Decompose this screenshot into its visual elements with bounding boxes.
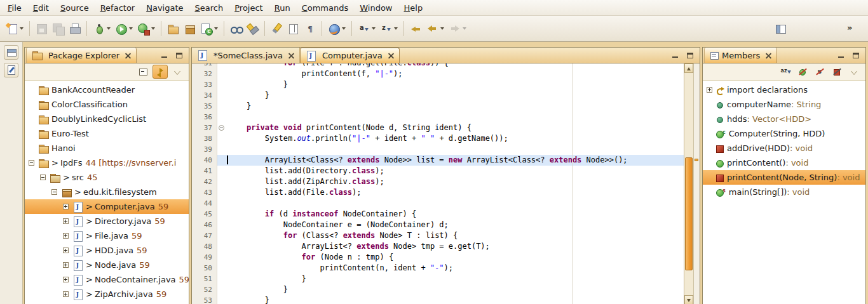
minus-expander-icon[interactable]: [40, 175, 46, 180]
web-browser-button[interactable]: [326, 20, 348, 37]
package-explorer-tab[interactable]: Package Explorer: [26, 48, 137, 63]
close-tab-icon[interactable]: [388, 53, 394, 58]
maximize-editor-button[interactable]: [684, 50, 696, 61]
tree-item-hanoi[interactable]: Hanoi: [25, 141, 189, 155]
code-line-35[interactable]: 35 }: [192, 101, 684, 112]
maximize-view-button[interactable]: [173, 50, 185, 61]
code-text[interactable]: printContent(f, "|-");: [226, 69, 684, 79]
code-line-32[interactable]: 32 printContent(f, "|-");: [192, 69, 684, 79]
code-line-41[interactable]: 41 list.add(Directory.class);: [192, 166, 684, 176]
sort-ascending-button[interactable]: [356, 20, 377, 37]
code-text[interactable]: [226, 112, 684, 122]
menu-item-window[interactable]: Window: [354, 1, 398, 15]
member-item-import-declarations[interactable]: import declarations: [703, 83, 865, 97]
tree-item-node-java[interactable]: >Node.java59: [25, 258, 189, 272]
debug-button[interactable]: [91, 20, 112, 37]
code-line-47[interactable]: 47 for (Class<? extends Node> T : list) …: [192, 230, 684, 241]
plus-expander-icon[interactable]: [707, 87, 712, 93]
new-java-project-button[interactable]: [165, 20, 181, 37]
tree-item-hdd-java[interactable]: >HDD.java59: [25, 243, 189, 258]
code-line-38[interactable]: 38 System.out.println("|-" + ident + " "…: [192, 133, 684, 144]
view-menu-button[interactable]: [170, 65, 185, 79]
plus-expander-icon[interactable]: [63, 248, 69, 253]
members-tab[interactable]: Members: [704, 48, 777, 63]
code-text[interactable]: }: [226, 284, 684, 295]
tree-item-euro-test[interactable]: Euro-Test: [25, 126, 189, 141]
member-item-adddrive-hdd[interactable]: addDrive(HDD) : void: [703, 141, 865, 155]
code-line-31[interactable]: 31 for (File f : hdd.get(File.class)) {: [192, 63, 684, 69]
code-line-39[interactable]: 39: [192, 144, 684, 155]
code-line-48[interactable]: 48 ArrayList<? extends Node> tmp = e.get…: [192, 241, 684, 252]
last-edit-location-button[interactable]: [408, 20, 424, 37]
run-dropdown-arrow[interactable]: [129, 27, 133, 30]
show-print-margin-button[interactable]: [285, 20, 301, 37]
code-line-50[interactable]: 50 printContent(n, ident + "-");: [192, 263, 684, 274]
collapse-all-button[interactable]: [135, 65, 151, 79]
back-dropdown-arrow[interactable]: [440, 27, 444, 30]
run-external-tools-dropdown-arrow[interactable]: [151, 27, 155, 30]
scroll-up-button[interactable]: [684, 63, 693, 73]
overview-ruler[interactable]: [693, 63, 700, 304]
editor-vertical-scrollbar[interactable]: [684, 63, 693, 304]
code-line-42[interactable]: 42 list.add(ZipArchiv.class);: [192, 176, 684, 187]
tree-item-directory-java[interactable]: >Directory.java59: [25, 214, 189, 228]
show-whitespace-button[interactable]: [302, 20, 318, 37]
code-text[interactable]: list.add(ZipArchiv.class);: [226, 176, 684, 187]
overview-marker[interactable]: [695, 159, 698, 161]
code-text[interactable]: }: [226, 90, 684, 101]
plus-expander-icon[interactable]: [63, 204, 69, 209]
code-text[interactable]: }: [226, 274, 684, 284]
code-text[interactable]: NodeContainer e = (NodeContainer) d;: [226, 220, 684, 230]
mark-occurrences-button[interactable]: [269, 20, 285, 37]
hide-non-public-members-button[interactable]: [829, 65, 844, 79]
code-text[interactable]: for (Class<? extends Node> T : list) {: [226, 230, 684, 241]
code-text[interactable]: for (Node n : tmp) {: [226, 252, 684, 263]
menu-item-commands[interactable]: Commands: [296, 1, 355, 15]
sort-descending-button[interactable]: [378, 20, 400, 37]
save-button[interactable]: [34, 20, 50, 37]
code-line-52[interactable]: 52 }: [192, 284, 684, 295]
tree-item-bankaccountreader[interactable]: BankAccountReader: [25, 83, 189, 97]
code-text[interactable]: if (d instanceof NodeContainer) {: [226, 209, 684, 220]
tree-item-colorclassification[interactable]: ColorClassification: [25, 97, 189, 112]
code-line-45[interactable]: 45 if (d instanceof NodeContainer) {: [192, 209, 684, 220]
plus-expander-icon[interactable]: [63, 262, 69, 268]
close-tab-icon[interactable]: [288, 53, 294, 58]
editor-tab-someclass-java[interactable]: *SomeClass.java: [192, 48, 300, 63]
code-line-51[interactable]: 51 }: [192, 274, 684, 284]
debug-dropdown-arrow[interactable]: [107, 27, 111, 30]
open-type-button[interactable]: [228, 20, 244, 37]
code-line-40[interactable]: 40 ArrayList<Class<? extends Node>> list…: [192, 155, 684, 166]
hide-static-members-button[interactable]: [812, 65, 827, 79]
code-text[interactable]: [226, 198, 684, 209]
new-java-class-button[interactable]: [198, 20, 220, 37]
web-browser-dropdown-arrow[interactable]: [342, 27, 346, 30]
save-all-button[interactable]: [50, 20, 66, 37]
hide-fields-button[interactable]: [795, 65, 810, 79]
tree-item-ipdfs[interactable]: >IpdFs44 [https://svnserver.i: [25, 155, 189, 170]
collapse-fold-icon[interactable]: [219, 125, 224, 131]
code-text[interactable]: ArrayList<Class<? extends Node>> list = …: [226, 155, 684, 166]
code-text[interactable]: }: [226, 295, 684, 304]
close-view-icon[interactable]: [766, 53, 771, 58]
print-button[interactable]: [67, 20, 83, 37]
tree-item-edu-kit-filesystem[interactable]: >edu.kit.filesystem: [25, 185, 189, 199]
maximize-view-button[interactable]: [850, 50, 862, 61]
restore-view-button[interactable]: [4, 45, 18, 60]
link-with-editor-button[interactable]: [153, 65, 168, 79]
forward-button[interactable]: [447, 20, 468, 37]
menu-item-edit[interactable]: Edit: [27, 1, 55, 15]
menu-item-file[interactable]: File: [2, 1, 27, 15]
back-button[interactable]: [424, 20, 446, 37]
code-text[interactable]: list.add(Directory.class);: [226, 166, 684, 176]
sort-ascending-dropdown-arrow[interactable]: [372, 27, 376, 30]
menu-item-help[interactable]: Help: [398, 1, 429, 15]
minus-expander-icon[interactable]: [51, 189, 57, 195]
minimize-view-button[interactable]: [835, 50, 847, 61]
code-text[interactable]: [226, 144, 684, 155]
new-wizard-button[interactable]: [4, 20, 25, 37]
member-item-main-string[interactable]: smain(String[]) : void: [703, 185, 865, 199]
code-line-34[interactable]: 34 }: [192, 90, 684, 101]
code-line-43[interactable]: 43 list.add(File.class);: [192, 187, 684, 198]
close-view-icon[interactable]: [125, 53, 131, 58]
